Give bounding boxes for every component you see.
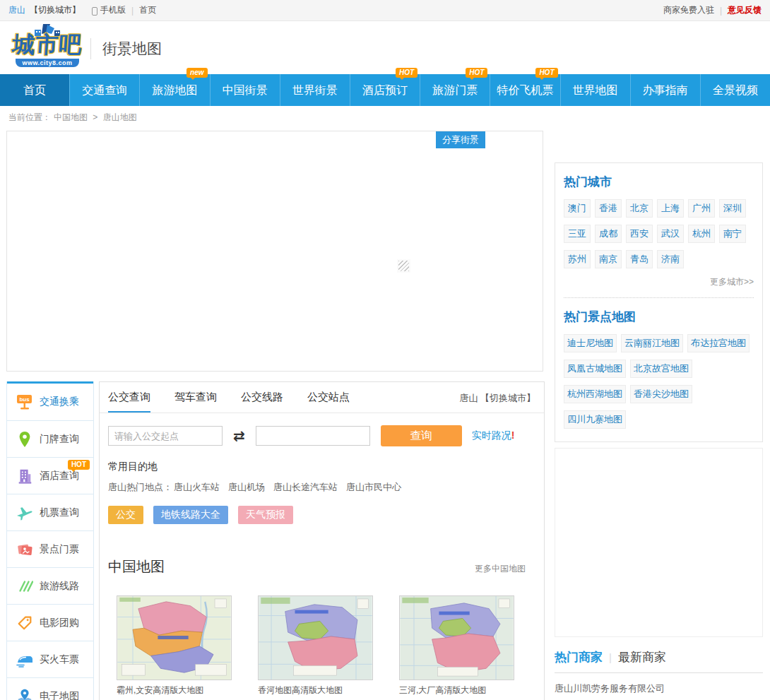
hot-city-link[interactable]: 深圳 bbox=[719, 199, 746, 218]
merchant-join-link[interactable]: 商家免费入驻 bbox=[663, 4, 714, 16]
main-nav: 首页 交通查询 旅游地图 new 中国街景 世界街景 酒店预订 HOT 旅游门票… bbox=[0, 74, 770, 106]
feedback-link[interactable]: 意见反馈 bbox=[728, 4, 762, 16]
nav-item[interactable]: 首页 bbox=[0, 74, 69, 106]
hotspot-link[interactable]: 唐山火车站 bbox=[174, 481, 220, 494]
attraction-map-link[interactable]: 云南丽江地图 bbox=[621, 334, 683, 352]
sidebar-item-movies[interactable]: 电影团购 bbox=[7, 604, 93, 641]
transit-tab-label: 公交站点 bbox=[307, 391, 350, 403]
hot-city-link[interactable]: 南京 bbox=[595, 250, 622, 268]
common-destinations-title: 常用目的地 bbox=[108, 461, 544, 473]
hot-city-link[interactable]: 济南 bbox=[657, 250, 684, 268]
transit-tab-label: 驾车查询 bbox=[174, 391, 217, 403]
svg-text:bus: bus bbox=[19, 396, 30, 403]
sidebar-item-emap[interactable]: 电子地图 bbox=[7, 677, 93, 700]
hot-city-link[interactable]: 三亚 bbox=[564, 225, 591, 243]
hot-city-link[interactable]: 成都 bbox=[595, 225, 622, 243]
attraction-map-link[interactable]: 布达拉宫地图 bbox=[687, 334, 750, 352]
sidebar-item-house-number[interactable]: 门牌查询 bbox=[7, 420, 93, 457]
sidebar-item-flight[interactable]: 机票查询 bbox=[7, 494, 93, 530]
hot-city-link[interactable]: 北京 bbox=[626, 199, 653, 218]
sidebar-item-train-tickets[interactable]: 买火车票 bbox=[7, 641, 93, 677]
sidebar-item-label: 交通换乘 bbox=[40, 396, 79, 408]
attraction-map-link[interactable]: 迪士尼地图 bbox=[564, 334, 617, 352]
panel-switch-city-link[interactable]: 【切换城市】 bbox=[480, 393, 535, 403]
live-traffic-link[interactable]: 实时路况! bbox=[472, 429, 515, 442]
bus-end-input[interactable] bbox=[256, 426, 370, 446]
sidebar-item-label: 电影团购 bbox=[40, 617, 79, 629]
attraction-map-link[interactable]: 杭州西湖地图 bbox=[564, 385, 626, 403]
nav-item[interactable]: 酒店预订 HOT bbox=[350, 74, 420, 106]
hot-city-link[interactable]: 西安 bbox=[626, 225, 653, 243]
hot-city-link[interactable]: 杭州 bbox=[688, 225, 715, 243]
attraction-map-link[interactable]: 四川九寨地图 bbox=[564, 410, 626, 429]
breadcrumb-separator: > bbox=[93, 112, 97, 122]
nav-item-label: 酒店预订 bbox=[362, 84, 408, 96]
site-subtitle: 街景地图 bbox=[90, 38, 162, 59]
merchant-link[interactable]: 唐山川凯劳务服务有限公司 bbox=[555, 680, 763, 698]
quick-tag[interactable]: 公交 bbox=[108, 506, 143, 524]
attraction-map-link[interactable]: 北京故宫地图 bbox=[630, 360, 692, 378]
more-cities-link[interactable]: 更多城市>> bbox=[564, 276, 754, 288]
hot-city-link[interactable]: 上海 bbox=[657, 199, 684, 218]
nav-item[interactable]: 特价飞机票 HOT bbox=[490, 74, 559, 106]
site-logo[interactable]: 城市吧 www.city8.com bbox=[4, 23, 90, 68]
nav-item[interactable]: 中国街景 bbox=[210, 74, 280, 106]
topbar-city[interactable]: 唐山 bbox=[8, 4, 25, 16]
map-thumbnail[interactable]: 霸州,文安高清版大地图 bbox=[117, 595, 232, 696]
attraction-map-link[interactable]: 香港尖沙地图 bbox=[630, 385, 692, 403]
transit-tab[interactable]: 公交查询 bbox=[108, 382, 150, 413]
nav-item[interactable]: 旅游门票 HOT bbox=[420, 74, 490, 106]
map-thumbnail-caption[interactable]: 三河,大厂高清版大地图 bbox=[399, 684, 514, 696]
transit-tab[interactable]: 公交线路 bbox=[241, 382, 283, 413]
mobile-version-link[interactable]: 手机版 bbox=[100, 4, 126, 16]
china-maps-title: 中国地图 bbox=[108, 557, 165, 576]
nav-item[interactable]: 世界街景 bbox=[280, 74, 350, 106]
tab-hot-merchants[interactable]: 热门商家 bbox=[555, 649, 603, 665]
transit-tab[interactable]: 公交站点 bbox=[307, 382, 350, 413]
sidebar-item-transit[interactable]: bus 交通换乘 bbox=[7, 381, 93, 420]
quick-tag[interactable]: 天气预报 bbox=[238, 506, 293, 524]
hot-city-link[interactable]: 苏州 bbox=[564, 250, 591, 268]
nav-item[interactable]: 交通查询 bbox=[69, 74, 139, 106]
quick-tag[interactable]: 地铁线路大全 bbox=[153, 506, 228, 524]
transit-tab[interactable]: 驾车查询 bbox=[174, 382, 217, 413]
swap-icon[interactable]: ⇄ bbox=[233, 427, 245, 444]
nav-item[interactable]: 办事指南 bbox=[630, 74, 700, 106]
search-button[interactable]: 查询 bbox=[381, 425, 462, 446]
hot-attractions-title: 热门景点地图 bbox=[564, 309, 754, 325]
bus-start-input[interactable] bbox=[108, 426, 223, 446]
map-thumbnail[interactable]: 三河,大厂高清版大地图 bbox=[399, 595, 514, 696]
sidebar-item-tickets[interactable]: 景点门票 bbox=[7, 530, 93, 567]
map-thumbnail[interactable]: 香河地图高清版大地图 bbox=[258, 595, 373, 696]
switch-city-link[interactable]: 【切换城市】 bbox=[30, 4, 81, 16]
tab-new-merchants[interactable]: 最新商家 bbox=[618, 649, 666, 665]
merchants-tabs: 热门商家 | 最新商家 bbox=[555, 643, 763, 673]
nav-item-label: 特价飞机票 bbox=[497, 84, 553, 96]
nav-item[interactable]: 旅游地图 new bbox=[139, 74, 209, 106]
hot-city-link[interactable]: 武汉 bbox=[657, 225, 684, 243]
nav-item-label: 中国街景 bbox=[223, 84, 268, 96]
hot-city-link[interactable]: 广州 bbox=[688, 199, 715, 218]
share-streetview-button[interactable]: 分享街景 bbox=[436, 131, 485, 148]
breadcrumb-root-link[interactable]: 中国地图 bbox=[54, 112, 88, 122]
hot-city-link[interactable]: 香港 bbox=[595, 199, 622, 218]
nav-item[interactable]: 全景视频 bbox=[700, 74, 770, 106]
topbar-home-link[interactable]: 首页 bbox=[139, 4, 156, 16]
hot-city-link[interactable]: 青岛 bbox=[626, 250, 653, 268]
hotspot-link[interactable]: 唐山机场 bbox=[228, 481, 265, 494]
nav-item[interactable]: 世界地图 bbox=[560, 74, 630, 106]
sidebar-item-routes[interactable]: 旅游线路 bbox=[7, 567, 93, 604]
hot-city-link[interactable]: 南宁 bbox=[719, 225, 746, 243]
map-canvas[interactable]: 分享街景 bbox=[6, 131, 543, 372]
hotspot-link[interactable]: 唐山市民中心 bbox=[346, 481, 401, 494]
hotspot-link[interactable]: 唐山长途汽车站 bbox=[273, 481, 338, 494]
topbar-divider: | bbox=[131, 6, 134, 16]
attraction-map-link[interactable]: 凤凰古城地图 bbox=[564, 360, 626, 378]
more-china-maps-link[interactable]: 更多中国地图 bbox=[475, 563, 526, 575]
map-thumbnail-caption[interactable]: 霸州,文安高清版大地图 bbox=[117, 684, 232, 696]
map-thumbnail-caption[interactable]: 香河地图高清版大地图 bbox=[258, 684, 373, 696]
hot-city-link[interactable]: 澳门 bbox=[564, 199, 591, 218]
sidebar-item-hotel[interactable]: 酒店查询 HOT bbox=[7, 457, 93, 494]
hotspots-label: 唐山热门地点： bbox=[108, 481, 172, 494]
topbar: 唐山 【切换城市】 手机版 | 首页 商家免费入驻 | 意见反馈 bbox=[0, 0, 770, 21]
